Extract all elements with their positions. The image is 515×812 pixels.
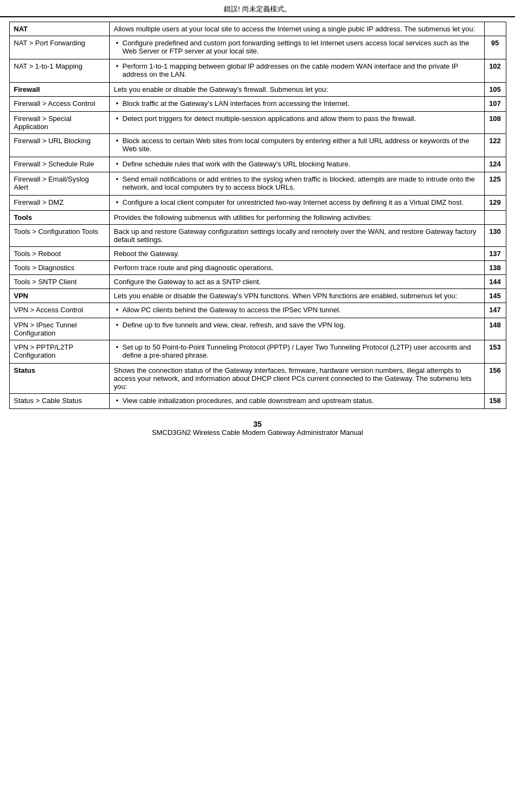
table-row: StatusShows the connection status of the… [9,364,506,394]
description-cell: Shows the connection status of the Gatew… [109,364,484,394]
topic-cell: VPN > PPTP/L2TP Configuration [9,340,109,364]
description-cell: Lets you enable or disable the Gateway's… [109,83,484,97]
page-number-cell: 108 [484,112,506,134]
description-cell: Block access to certain Web sites from l… [109,134,484,157]
description-cell: Lets you enable or disable the Gateway's… [109,289,484,303]
page-header: 錯誤! 尚未定義樣式。 [0,0,515,17]
description-cell: Configure the Gateway to act as a SNTP c… [109,275,484,289]
page-number-cell: 147 [484,303,506,318]
bullet-item: Define up to five tunnels and view, clea… [114,321,480,329]
topic-cell: Status > Cable Status [9,394,109,409]
page-number-cell: 95 [484,36,506,59]
footer-page-number: 35 [0,420,515,428]
page-number-cell: 124 [484,157,506,172]
topic-cell: VPN > Access Control [9,303,109,318]
description-cell: Allows multiple users at your local site… [109,22,484,36]
page-number-cell: 125 [484,172,506,196]
page-number-cell: 156 [484,364,506,394]
table-row: Status > Cable StatusView cable initiali… [9,394,506,409]
table-row: ToolsProvides the following submenus wit… [9,211,506,225]
topic-cell: Firerwall > Access Control [9,97,109,112]
page-number-cell: 105 [484,83,506,97]
topic-cell: Firerwall > Email/Syslog Alert [9,172,109,196]
description-cell: Back up and restore Gateway configuratio… [109,225,484,247]
page-number-cell [484,22,506,36]
bullet-item: Block traffic at the Gateway's LAN inter… [114,99,480,108]
page-number-cell: 145 [484,289,506,303]
table-row: VPN > PPTP/L2TP ConfigurationSet up to 5… [9,340,506,364]
topic-cell: Tools > Configuration Tools [9,225,109,247]
topic-cell: Tools > SNTP Client [9,275,109,289]
bullet-item: Send email notifications or add entries … [114,175,480,191]
page-number-cell [484,211,506,225]
description-cell: Configure predefined and custom port for… [109,36,484,59]
table-row: VPNLets you enable or disable the Gatewa… [9,289,506,303]
description-cell: Reboot the Gateway. [109,247,484,261]
topic-cell: NAT > Port Forwarding [9,36,109,59]
page-number-cell: 138 [484,261,506,275]
page-number-cell: 158 [484,394,506,409]
topic-cell: Tools [9,211,109,225]
table-row: Firerwall > Special ApplicationDetect po… [9,112,506,134]
table-row: FirewallLets you enable or disable the G… [9,83,506,97]
description-cell: Send email notifications or add entries … [109,172,484,196]
description-cell: Define up to five tunnels and view, clea… [109,318,484,340]
table-row: VPN > Access ControlAllow PC clients beh… [9,303,506,318]
topic-cell: Firerwall > Special Application [9,112,109,134]
description-cell: Perform trace route and ping diagnostic … [109,261,484,275]
bullet-item: Allow PC clients behind the Gateway to a… [114,306,480,314]
table-row: Tools > Configuration ToolsBack up and r… [9,225,506,247]
description-cell: Configure a local client computer for un… [109,196,484,211]
page-number-cell: 102 [484,59,506,83]
table-row: VPN > IPsec Tunnel ConfigurationDefine u… [9,318,506,340]
bullet-item: Perform 1-to-1 mapping between global IP… [114,62,480,78]
table-row: Firerwall > URL BlockingBlock access to … [9,134,506,157]
topic-cell: Firerwall > URL Blocking [9,134,109,157]
table-row: Tools > RebootReboot the Gateway.137 [9,247,506,261]
page-number-cell: 148 [484,318,506,340]
bullet-item: Configure predefined and custom port for… [114,39,480,55]
topic-cell: Firerwall > Schedule Rule [9,157,109,172]
page-number-cell: 129 [484,196,506,211]
description-cell: Detect port triggers for detect multiple… [109,112,484,134]
description-cell: Define schedule rules that work with the… [109,157,484,172]
page-number-cell: 137 [484,247,506,261]
table-row: Firerwall > Access ControlBlock traffic … [9,97,506,112]
topic-cell: VPN [9,289,109,303]
topic-cell: VPN > IPsec Tunnel Configuration [9,318,109,340]
table-row: Firerwall > Email/Syslog AlertSend email… [9,172,506,196]
bullet-item: Block access to certain Web sites from l… [114,137,480,153]
description-cell: Allow PC clients behind the Gateway to a… [109,303,484,318]
topic-cell: Status [9,364,109,394]
page-number-cell: 144 [484,275,506,289]
bullet-item: Detect port triggers for detect multiple… [114,115,480,123]
description-cell: Provides the following submenus with uti… [109,211,484,225]
page-number-cell: 153 [484,340,506,364]
page-number-cell: 107 [484,97,506,112]
topic-cell: Tools > Diagnostics [9,261,109,275]
topic-cell: NAT [9,22,109,36]
description-cell: Block traffic at the Gateway's LAN inter… [109,97,484,112]
table-row: Firerwall > Schedule RuleDefine schedule… [9,157,506,172]
topic-cell: Tools > Reboot [9,247,109,261]
table-row: NAT > 1-to-1 MappingPerform 1-to-1 mappi… [9,59,506,83]
table-row: NAT > Port ForwardingConfigure predefine… [9,36,506,59]
bullet-item: Configure a local client computer for un… [114,198,480,206]
page-number-cell: 122 [484,134,506,157]
table-row: Tools > DiagnosticsPerform trace route a… [9,261,506,275]
description-cell: View cable initialization procedures, an… [109,394,484,409]
description-cell: Perform 1-to-1 mapping between global IP… [109,59,484,83]
bullet-item: Set up to 50 Point-to-Point Tunneling Pr… [114,343,480,359]
page-number-cell: 130 [484,225,506,247]
topic-cell: Firerwall > DMZ [9,196,109,211]
bullet-item: View cable initialization procedures, an… [114,397,480,405]
page-footer: 35 SMCD3GN2 Wireless Cable Modem Gateway… [0,420,515,437]
topic-cell: Firewall [9,83,109,97]
table-row: Firerwall > DMZConfigure a local client … [9,196,506,211]
content-table: NATAllows multiple users at your local s… [9,22,506,409]
footer-manual-title: SMCD3GN2 Wireless Cable Modem Gateway Ad… [0,428,515,437]
description-cell: Set up to 50 Point-to-Point Tunneling Pr… [109,340,484,364]
table-row: Tools > SNTP ClientConfigure the Gateway… [9,275,506,289]
bullet-item: Define schedule rules that work with the… [114,160,480,168]
table-row: NATAllows multiple users at your local s… [9,22,506,36]
